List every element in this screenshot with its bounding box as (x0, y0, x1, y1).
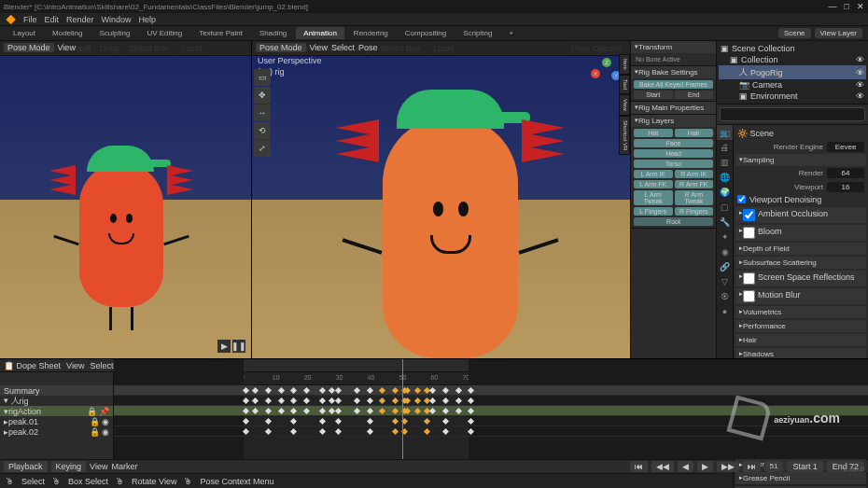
proptab-modifier[interactable]: 🔧 (717, 215, 733, 230)
layer-rfingers[interactable]: R Fingers (675, 207, 714, 216)
ds-peak01-row[interactable]: ▸ peak.01🔒◉ (0, 416, 113, 426)
layer-rarmfk[interactable]: R Arm FK (675, 180, 714, 188)
vp1-view-menu[interactable]: View (58, 43, 76, 52)
layer-hat[interactable]: Hat (634, 129, 673, 137)
prev-key-button[interactable]: ◀◀ (651, 461, 674, 472)
tab-animation[interactable]: Animation (296, 27, 344, 39)
layer-larmtweak[interactable]: L Arm Tweak (634, 190, 673, 205)
motion-check[interactable] (743, 290, 755, 302)
menu-file[interactable]: File (23, 15, 37, 24)
menu-edit[interactable]: Edit (45, 15, 60, 24)
jump-start-button[interactable]: ⏮ (630, 461, 648, 472)
npanel-rigmain-header[interactable]: Rig Main Properties (631, 102, 716, 114)
lock-icon[interactable]: 🔒 (90, 417, 100, 426)
timeline-keying[interactable]: Keying (51, 461, 87, 472)
motion-header[interactable]: Motion Blur (735, 288, 866, 304)
outliner-camera[interactable]: 📷 Camera 👁 (719, 79, 866, 91)
viewlayer-selector[interactable]: View Layer (815, 28, 862, 38)
proptab-bone[interactable]: ⦿ (717, 289, 733, 304)
proptab-output[interactable]: 🖨 (717, 140, 733, 155)
sidetab-shortcut[interactable]: Shortcut VR (619, 116, 630, 155)
close-button[interactable]: ✕ (857, 2, 864, 11)
timeline-playback[interactable]: Playback (4, 461, 48, 472)
vp2-pose-menu[interactable]: Pose (358, 43, 378, 52)
bake-start[interactable]: Start (634, 91, 673, 99)
tab-add[interactable]: + (501, 27, 521, 39)
proptab-scene[interactable]: 🌐 (717, 170, 733, 185)
mute-icon[interactable]: ◉ (102, 427, 109, 437)
ds-rig-row[interactable]: ▾ 人 rig (0, 396, 113, 406)
scene-selector[interactable]: Scene (778, 28, 811, 38)
maximize-button[interactable]: □ (845, 2, 849, 11)
viewport-samples[interactable]: 16 (827, 182, 864, 192)
timeline-marker[interactable]: Marker (111, 462, 137, 471)
bloom-header[interactable]: Bloom (735, 225, 866, 241)
visibility-icon[interactable]: 👁 (856, 68, 864, 77)
tool-select[interactable]: ▭ (254, 69, 271, 86)
hair-header[interactable]: Hair (735, 334, 866, 346)
tab-shading[interactable]: Shading (252, 27, 294, 39)
proptab-material[interactable]: ● (717, 304, 733, 319)
lock-icon[interactable]: 🔒 (90, 427, 100, 437)
layer-larmfk[interactable]: L Arm FK (634, 180, 673, 188)
npanel-rigbake-header[interactable]: Rig Bake Settings (631, 66, 716, 78)
proptab-object[interactable]: ▢ (717, 200, 733, 215)
visibility-icon[interactable]: 👁 (856, 55, 864, 64)
grease-header[interactable]: Grease Pencil (735, 472, 866, 484)
mode-select-2[interactable]: Pose Mode (256, 43, 306, 52)
mute-icon[interactable]: ◉ (102, 417, 109, 426)
render-play-icon[interactable]: ▶ (217, 340, 231, 353)
ds-peak02-row[interactable]: ▸ peak.02🔒◉ (0, 426, 113, 437)
play-button[interactable]: ▶ (697, 461, 713, 472)
outliner-collection[interactable]: ▣ Collection 👁 (719, 54, 866, 65)
tool-scale[interactable]: ⤢ (254, 140, 271, 157)
jump-end-button[interactable]: ⏭ (743, 461, 761, 472)
outliner-pogorig[interactable]: 人 PogoRig 👁 (719, 65, 866, 79)
visibility-icon[interactable]: 👁 (856, 80, 864, 90)
proptab-world[interactable]: 🌍 (717, 185, 733, 200)
outliner-scene-collection[interactable]: ▣ Scene Collection (719, 43, 866, 54)
ssr-header[interactable]: Screen Space Reflections (735, 271, 866, 286)
outliner-environment[interactable]: ▣ Environment 👁 (719, 91, 866, 102)
dopesheet-timeline[interactable]: -20-100102030405060708090100110120130140… (114, 359, 868, 459)
proptab-physics[interactable]: ◉ (717, 244, 733, 259)
proptab-particle[interactable]: ✦ (717, 230, 733, 244)
ds-action-row[interactable]: ▾ rigAction🔒📌 (0, 406, 113, 416)
tab-uv[interactable]: UV Editing (139, 27, 189, 39)
menu-window[interactable]: Window (102, 15, 132, 24)
viewport-3d[interactable]: ⊕ Orientation Default Drag: Select Box L… (252, 41, 630, 358)
engine-select[interactable]: Eevee (827, 142, 864, 152)
ds-menu-view[interactable]: View (66, 361, 84, 370)
sidetab-tool[interactable]: Tool (619, 75, 630, 94)
npanel-riglayers-header[interactable]: Rig Layers (631, 115, 716, 127)
tool-rotate[interactable]: ⟲ (254, 122, 271, 139)
frame-start[interactable]: Start 1 (787, 461, 822, 472)
tool-move[interactable]: ↔ (254, 105, 271, 121)
viewport-render[interactable]: ⊕ Orientation Default Drag: Select Box L… (0, 41, 252, 358)
menu-help[interactable]: Help (139, 15, 157, 24)
layer-lfingers[interactable]: L Fingers (634, 207, 673, 216)
outliner-search[interactable] (720, 107, 865, 121)
dopesheet-type[interactable]: 📋 Dope Sheet (4, 361, 61, 370)
timeline-view[interactable]: View (90, 462, 107, 471)
proptab-render[interactable]: 📺 (717, 125, 733, 140)
pin-icon[interactable]: 📌 (99, 407, 109, 416)
ds-menu-select[interactable]: Select (90, 361, 113, 370)
proptab-constraint[interactable]: 🔗 (717, 259, 733, 274)
tab-sculpting[interactable]: Sculpting (92, 27, 138, 39)
frame-current[interactable]: 51 (764, 461, 784, 472)
layer-face[interactable]: Face (634, 139, 713, 147)
render-pause-icon[interactable]: ❚❚ (232, 340, 245, 353)
visibility-icon[interactable]: 👁 (856, 91, 864, 101)
sss-header[interactable]: Subsurface Scattering (735, 257, 866, 269)
tab-rendering[interactable]: Rendering (346, 27, 396, 39)
tab-scripting[interactable]: Scripting (455, 27, 499, 39)
lock-icon[interactable]: 🔒 (87, 407, 97, 416)
tool-cursor[interactable]: ✥ (254, 87, 271, 104)
layer-rarmtweak[interactable]: R Arm Tweak (675, 190, 714, 205)
ao-check[interactable] (743, 209, 755, 221)
nav-gizmo[interactable]: X Z Y (591, 58, 623, 90)
layer-hair[interactable]: Hair (675, 129, 714, 137)
ao-header[interactable]: Ambient Occlusion (735, 207, 866, 223)
denoise-check[interactable] (737, 195, 746, 203)
